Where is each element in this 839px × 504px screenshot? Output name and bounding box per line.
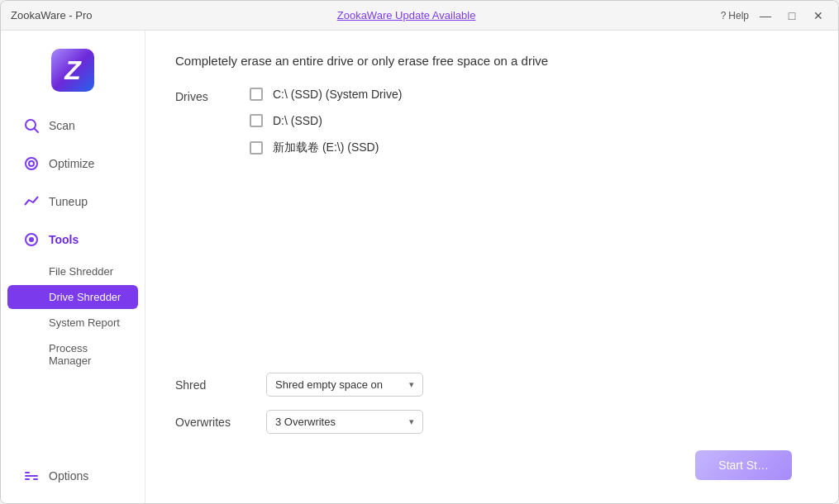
shred-chevron-icon: ▾ [409, 379, 414, 390]
logo-area: Z [1, 40, 145, 107]
overwrites-chevron-icon: ▾ [409, 416, 414, 427]
maximize-icon: □ [789, 9, 795, 22]
shred-option-value: Shred empty space on [275, 378, 383, 391]
sidebar-scan-label: Scan [49, 119, 75, 132]
drives-section: Drives C:\ (SSD) (System Drive) D:\ (SSD… [175, 88, 808, 155]
update-link[interactable]: ZookaWare Update Available [337, 9, 476, 21]
options-icon [22, 467, 41, 485]
drive-d-checkbox[interactable] [250, 114, 263, 127]
sidebar: Z Scan Optimize [1, 31, 145, 503]
help-label: Help [728, 10, 749, 21]
sidebar-item-process-manager[interactable]: Process Manager [7, 336, 138, 373]
sidebar-tools-label: Tools [49, 233, 79, 246]
maximize-button[interactable]: □ [782, 6, 802, 26]
sidebar-item-options[interactable]: Options [7, 459, 138, 493]
main-layout: Z Scan Optimize [1, 31, 838, 503]
optimize-icon [22, 155, 41, 173]
svg-rect-7 [25, 475, 38, 477]
svg-point-5 [29, 237, 34, 242]
drive-d-label: D:\ (SSD) [273, 114, 322, 127]
titlebar: ZookaWare - Pro ZookaWare Update Availab… [1, 1, 838, 31]
help-icon: ? [721, 10, 727, 21]
file-shredder-label: File Shredder [49, 265, 113, 278]
svg-rect-9 [25, 478, 30, 480]
drives-label: Drives [175, 88, 250, 155]
overwrites-select[interactable]: 3 Overwrites ▾ [266, 410, 423, 434]
help-button[interactable]: ? Help [721, 10, 749, 21]
close-icon: ✕ [813, 9, 823, 22]
drive-shredder-label: Drive Shredder [49, 291, 121, 303]
svg-point-2 [26, 158, 37, 169]
shred-label: Shred [175, 378, 250, 392]
drive-item-e[interactable]: 新加载卷 (E:\) (SSD) [250, 140, 402, 155]
minimize-icon: — [760, 9, 771, 22]
sidebar-item-file-shredder[interactable]: File Shredder [7, 259, 138, 283]
drive-item-c[interactable]: C:\ (SSD) (System Drive) [250, 88, 402, 101]
tuneup-icon [22, 193, 41, 211]
process-manager-label: Process Manager [49, 342, 91, 367]
content-area: Completely erase an entire drive or only… [145, 31, 838, 503]
sidebar-item-system-report[interactable]: System Report [7, 311, 138, 335]
drives-list: C:\ (SSD) (System Drive) D:\ (SSD) 新加载卷 … [250, 88, 402, 155]
sidebar-item-optimize[interactable]: Optimize [7, 146, 138, 181]
svg-point-3 [29, 161, 34, 166]
close-button[interactable]: ✕ [808, 6, 828, 26]
start-button[interactable]: Start St… [695, 450, 792, 480]
app-title: ZookaWare - Pro [11, 9, 93, 21]
tools-icon [22, 231, 41, 249]
window-controls: ? Help — □ ✕ [721, 6, 828, 26]
sidebar-optimize-label: Optimize [49, 157, 94, 170]
minimize-button[interactable]: — [756, 6, 775, 26]
svg-rect-8 [33, 478, 38, 480]
scan-icon [22, 116, 41, 135]
overwrites-option-value: 3 Overwrites [275, 416, 336, 428]
sidebar-item-drive-shredder[interactable]: Drive Shredder [7, 285, 138, 309]
sidebar-item-tuneup[interactable]: Tuneup [7, 184, 138, 219]
sidebar-item-scan[interactable]: Scan [7, 108, 138, 143]
drive-item-d[interactable]: D:\ (SSD) [250, 114, 402, 127]
svg-line-1 [35, 129, 39, 133]
overwrites-label: Overwrites [175, 416, 250, 429]
page-description: Completely erase an entire drive or only… [175, 54, 808, 68]
sidebar-item-tools[interactable]: Tools [7, 222, 138, 257]
drive-c-label: C:\ (SSD) (System Drive) [273, 88, 402, 101]
overwrites-row: Overwrites 3 Overwrites ▾ [175, 410, 808, 434]
app-logo: Z [51, 49, 94, 92]
options-label: Options [49, 469, 88, 483]
start-button-area: Start St… [175, 450, 808, 480]
drive-c-checkbox[interactable] [250, 88, 263, 101]
drive-e-label: 新加载卷 (E:\) (SSD) [273, 140, 379, 155]
shred-select[interactable]: Shred empty space on ▾ [266, 373, 423, 397]
system-report-label: System Report [49, 316, 120, 329]
shred-options: Shred Shred empty space on ▾ Overwrites … [175, 356, 808, 434]
svg-rect-6 [25, 472, 30, 473]
tools-submenu: File Shredder Drive Shredder System Repo… [1, 259, 145, 373]
shred-row: Shred Shred empty space on ▾ [175, 373, 808, 397]
sidebar-tuneup-label: Tuneup [49, 195, 88, 208]
drive-e-checkbox[interactable] [250, 141, 263, 155]
